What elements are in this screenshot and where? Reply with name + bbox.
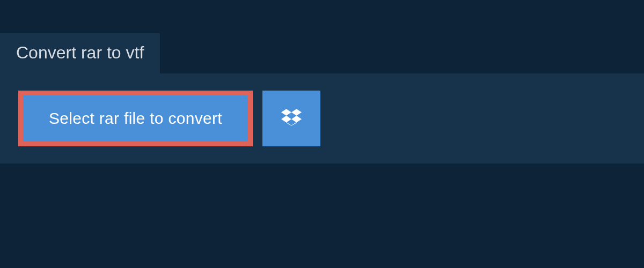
- dropbox-icon: [281, 107, 302, 130]
- tab-convert[interactable]: Convert rar to vtf: [0, 33, 160, 73]
- conversion-panel: Select rar file to convert: [0, 73, 644, 163]
- select-file-button[interactable]: Select rar file to convert: [18, 91, 253, 146]
- tab-bar: Convert rar to vtf: [0, 33, 644, 73]
- top-spacer: [0, 0, 644, 33]
- select-file-label: Select rar file to convert: [49, 109, 222, 128]
- dropbox-button[interactable]: [262, 91, 320, 146]
- tab-title: Convert rar to vtf: [16, 43, 144, 62]
